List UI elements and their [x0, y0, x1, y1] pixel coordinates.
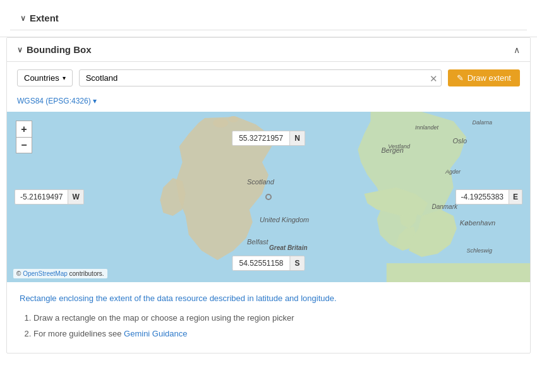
bb-header-right: ∧ — [514, 45, 520, 55]
svg-point-2 — [213, 119, 228, 128]
location-input[interactable] — [79, 69, 442, 86]
countries-dropdown-arrow: ▾ — [63, 74, 66, 81]
attribution-prefix: © — [16, 270, 23, 277]
coord-east: -4.19255383 E — [456, 189, 522, 205]
bounding-box-section: ∨ Bounding Box ∧ Countries ▾ ✕ ✎ Draw ex… — [6, 37, 531, 353]
coord-north: 55.32721957 N — [232, 131, 305, 146]
extent-chevron[interactable]: ∨ — [20, 14, 26, 23]
info-description: Rectangle enclosing the extent of the da… — [20, 292, 517, 306]
bounding-box-title: Bounding Box — [27, 44, 91, 55]
west-value: -5.21619497 — [15, 190, 68, 204]
extent-section: ∨ Extent — [0, 0, 537, 37]
attribution-suffix: contributors. — [68, 270, 104, 277]
map-center-dot — [265, 194, 272, 200]
extent-title: Extent — [30, 13, 59, 23]
wgs84-arrow: ▾ — [93, 97, 97, 105]
zoom-controls: + − — [16, 121, 32, 153]
south-value: 54.52551158 — [232, 256, 289, 270]
north-dir: N — [289, 131, 305, 145]
pencil-icon: ✎ — [457, 73, 464, 83]
bounding-box-header: ∨ Bounding Box ∧ — [7, 38, 530, 62]
bb-collapse-btn[interactable]: ∧ — [514, 45, 520, 55]
info-instructions-list: Draw a rectangle on the map or choose a … — [20, 312, 517, 341]
east-dir: E — [509, 190, 522, 204]
coord-south: 54.52551158 S — [232, 256, 305, 271]
osm-attribution: © OpenStreetMap contributors. — [13, 269, 107, 278]
countries-label: Countries — [24, 73, 59, 83]
info-instruction-1: Draw a rectangle on the map or choose a … — [33, 312, 517, 325]
info-instruction-2-prefix: For more guidelines see — [33, 329, 124, 338]
wgs84-link[interactable]: WGS84 (EPSG:4326) ▾ — [17, 97, 97, 105]
map-container[interactable]: 55.32721957 N 54.52551158 S -5.21619497 … — [7, 112, 530, 282]
gemini-guidance-link[interactable]: Gemini Guidance — [124, 329, 187, 338]
extent-header: ∨ Extent — [10, 6, 527, 30]
info-instruction-2: For more guidelines see Gemini Guidance — [33, 328, 517, 341]
bb-controls-row: Countries ▾ ✕ ✎ Draw extent — [7, 62, 530, 94]
info-section: Rectangle enclosing the extent of the da… — [7, 282, 530, 353]
north-value: 55.32721957 — [232, 131, 289, 145]
wgs84-row: WGS84 (EPSG:4326) ▾ — [7, 94, 530, 112]
coord-west: -5.21619497 W — [15, 189, 84, 205]
south-dir: S — [290, 256, 305, 270]
svg-marker-11 — [387, 263, 530, 282]
location-input-wrap: ✕ — [79, 69, 442, 86]
svg-point-3 — [228, 116, 238, 122]
countries-dropdown-btn[interactable]: Countries ▾ — [17, 69, 73, 86]
draw-extent-btn[interactable]: ✎ Draw extent — [448, 69, 520, 86]
clear-input-btn[interactable]: ✕ — [430, 73, 438, 83]
zoom-in-btn[interactable]: + — [16, 121, 32, 137]
bb-chevron-left[interactable]: ∨ — [17, 45, 23, 54]
west-dir: W — [68, 190, 83, 204]
wgs84-label: WGS84 (EPSG:4326) — [17, 97, 91, 105]
bb-header-left: ∨ Bounding Box — [17, 44, 91, 55]
osm-link[interactable]: OpenStreetMap — [23, 270, 68, 277]
east-value: -4.19255383 — [456, 190, 509, 204]
zoom-out-btn[interactable]: − — [16, 137, 32, 153]
draw-extent-label: Draw extent — [468, 73, 511, 83]
